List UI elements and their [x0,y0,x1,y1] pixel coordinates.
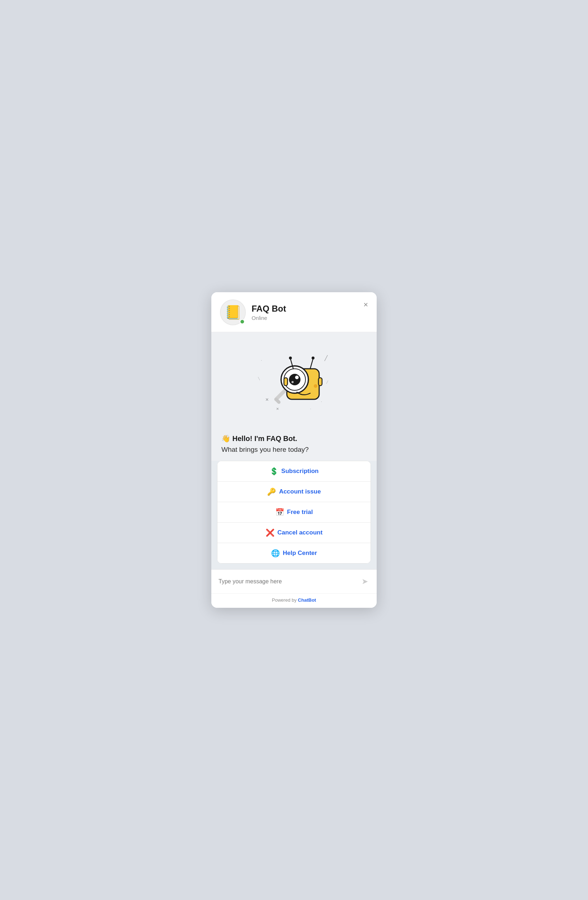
svg-text:✕: ✕ [265,397,269,402]
option-help-center[interactable]: 🌐 Help Center [217,543,371,563]
hero-area: · ╱ ✕ · ✕ · ╲ ╱ [211,332,377,424]
options-list: 💲 Subscription 🔑 Account issue 📅 Free tr… [217,461,371,563]
svg-text:✕: ✕ [276,407,279,411]
greeting-subtext: What brings you here today? [222,446,366,454]
chat-widget: 📒 FAQ Bot Online × · ╱ ✕ · ✕ · ╲ ╱ [211,292,377,608]
avatar-wrapper: 📒 [220,299,246,325]
svg-point-22 [314,384,317,388]
svg-text:╲: ╲ [258,377,260,380]
bot-name: FAQ Bot [251,304,286,314]
account-issue-icon: 🔑 [267,488,276,495]
chat-body: · ╱ ✕ · ✕ · ╲ ╱ [211,332,377,569]
send-icon: ➤ [361,577,368,586]
svg-point-15 [292,381,294,383]
svg-text:╱: ╱ [326,380,329,384]
svg-point-19 [312,357,315,359]
svg-text:·: · [321,400,322,403]
option-account-issue[interactable]: 🔑 Account issue [217,482,371,502]
svg-point-13 [289,374,301,385]
subscription-icon: 💲 [270,468,279,475]
option-free-trial[interactable]: 📅 Free trial [217,502,371,523]
help-center-label: Help Center [283,549,317,557]
option-subscription[interactable]: 💲 Subscription [217,461,371,482]
cancel-label: Cancel account [278,529,323,536]
message-area: 👋 Hello! I'm FAQ Bot. What brings you he… [211,424,377,461]
online-indicator [240,319,245,324]
subscription-label: Subscription [281,468,319,475]
close-icon: × [363,300,368,309]
svg-line-10 [276,399,279,402]
svg-line-18 [310,359,313,369]
free-trial-label: Free trial [287,509,313,516]
robot-illustration: · ╱ ✕ · ✕ · ╲ ╱ [254,344,334,416]
chatbot-brand-link[interactable]: ChatBot [298,597,316,603]
chat-footer: Powered by ChatBot [211,593,377,608]
cancel-icon: ❌ [265,529,275,536]
svg-text:·: · [261,358,262,362]
svg-rect-21 [318,378,322,386]
message-input[interactable] [219,578,356,585]
send-button[interactable]: ➤ [360,576,369,588]
svg-point-14 [295,376,299,379]
svg-rect-20 [284,378,287,386]
bot-status: Online [251,315,286,321]
close-button[interactable]: × [362,299,369,310]
help-center-icon: 🌐 [271,549,280,557]
svg-text:╱: ╱ [324,355,328,361]
powered-by-text: Powered by [272,597,297,603]
header-info: FAQ Bot Online [251,304,286,321]
input-area: ➤ [211,569,377,593]
account-issue-label: Account issue [279,488,321,495]
free-trial-icon: 📅 [275,509,284,516]
svg-text:·: · [310,407,311,411]
greeting-bold: 👋 Hello! I'm FAQ Bot. [222,434,366,443]
chat-header: 📒 FAQ Bot Online × [211,292,377,332]
svg-point-17 [289,357,292,359]
option-cancel-account[interactable]: ❌ Cancel account [217,523,371,543]
